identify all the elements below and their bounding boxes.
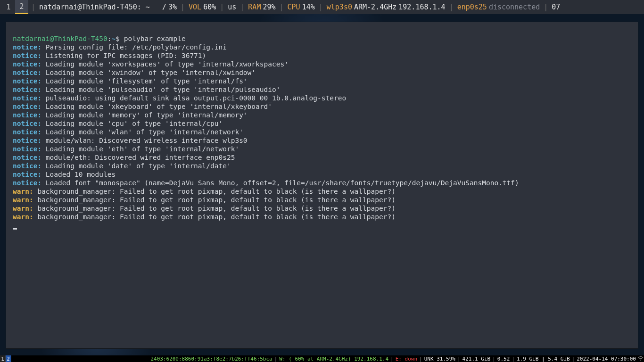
status-disk: 421.1 GiB xyxy=(461,356,492,362)
status-wifi: W: ( 60% at ARM-2.4GHz) 192.168.1.4 xyxy=(278,356,390,362)
output-text: Loaded 10 modules xyxy=(41,171,116,178)
separator: | xyxy=(280,3,284,11)
status-ipv6: 2403:6200:8860:91a3:f8e2:7b26:ff46:5bca xyxy=(149,356,273,362)
output-line: notice: Loading module 'cpu' of type 'in… xyxy=(13,119,631,128)
separator: | xyxy=(240,3,244,11)
separator: | xyxy=(31,3,35,11)
output-line: notice: Listening for IPC messages (PID:… xyxy=(13,51,631,60)
output-text: module/wlan: Discovered wireless interfa… xyxy=(41,137,248,144)
separator: | xyxy=(449,3,454,11)
notice-tag: notice: xyxy=(13,171,41,178)
notice-tag: notice: xyxy=(13,60,41,68)
ram-label: RAM xyxy=(248,3,261,11)
output-text: Loading module 'xworkspaces' of type 'in… xyxy=(41,60,289,68)
notice-tag: notice: xyxy=(13,111,41,119)
output-text: Loading module 'date' of type 'internal/… xyxy=(41,162,231,170)
warn-tag: warn: xyxy=(13,196,33,204)
fs-mount: / xyxy=(162,3,166,11)
warn-tag: warn: xyxy=(13,188,33,195)
separator: | xyxy=(492,356,496,362)
notice-tag: notice: xyxy=(13,179,41,187)
separator: | xyxy=(181,3,185,11)
output-line: warn: background_manager: Failed to get … xyxy=(13,204,631,213)
output-line: notice: Loading module 'pulseaudio' of t… xyxy=(13,85,631,94)
ram-value: 29% xyxy=(263,3,275,11)
notice-tag: notice: xyxy=(13,154,41,161)
wifi-icon xyxy=(637,355,644,362)
workspace-1[interactable]: 1 xyxy=(2,0,15,14)
fs-percent: 3% xyxy=(168,3,177,11)
status-load: 0.52 xyxy=(496,356,512,362)
cpu-value: 14% xyxy=(302,3,315,11)
notice-tag: notice: xyxy=(13,103,41,110)
output-text: Loading module 'xwindow' of type 'intern… xyxy=(41,69,256,76)
command-text: polybar example xyxy=(124,35,186,42)
separator: | xyxy=(544,3,548,11)
polybar-top: 1 2 | natdarnai@ThinkPad-T450: ~ / 3% | … xyxy=(0,0,644,14)
output-text: background_manager: Failed to get root p… xyxy=(33,213,396,221)
output-text: Loading module 'pulseaudio' of type 'int… xyxy=(41,86,280,93)
notice-tag: notice: xyxy=(13,137,41,144)
i3-workspace-2[interactable]: 2 xyxy=(6,355,11,362)
cursor xyxy=(13,228,17,230)
output-text: Parsing config file: /etc/polybar/config… xyxy=(41,43,227,51)
output-text: background_manager: Failed to get root p… xyxy=(33,196,396,204)
date-truncated: 07 xyxy=(552,3,560,11)
volume-label[interactable]: VOL xyxy=(189,3,201,11)
wlan-ip: 192.168.1.4 xyxy=(398,3,445,11)
window-title: natdarnai@ThinkPad-T450: ~ xyxy=(39,3,150,11)
status-eth: E: down xyxy=(394,356,419,362)
output-text: Loading module 'filesystem' of type 'int… xyxy=(41,77,248,85)
output-text: background_manager: Failed to get root p… xyxy=(33,188,396,195)
output-line: warn: background_manager: Failed to get … xyxy=(13,196,631,204)
output-line: warn: background_manager: Failed to get … xyxy=(13,187,631,196)
notice-tag: notice: xyxy=(13,86,41,93)
output-line: notice: Loading module 'eth' of type 'in… xyxy=(13,145,631,153)
separator: | xyxy=(511,356,515,362)
separator: | xyxy=(319,3,323,11)
warn-tag: warn: xyxy=(13,205,33,212)
separator xyxy=(152,3,160,11)
output-text: Loading module 'xkeyboard' of type 'inte… xyxy=(41,103,272,110)
output-text: Loaded font "monospace" (name=DejaVu San… xyxy=(41,179,519,187)
output-line: notice: module/wlan: Discovered wireless… xyxy=(13,136,631,145)
output-text: pulseaudio: using default sink alsa_outp… xyxy=(41,94,346,102)
prompt-host: ThinkPad-T450 xyxy=(54,35,107,42)
output-text: Loading module 'cpu' of type 'internal/c… xyxy=(41,120,223,127)
notice-tag: notice: xyxy=(13,128,41,136)
notice-tag: notice: xyxy=(13,120,41,127)
output-line: notice: Loading module 'xwindow' of type… xyxy=(13,68,631,77)
wlan-iface: wlp3s0 xyxy=(327,3,352,11)
prompt-symbol: $ xyxy=(116,35,120,42)
output-line: notice: Loaded font "monospace" (name=De… xyxy=(13,179,631,187)
status-datetime: 2022-04-14 07:30:00 xyxy=(575,356,637,362)
output-text: module/eth: Discovered wired interface e… xyxy=(41,154,235,161)
output-line: notice: Loading module 'xworkspaces' of … xyxy=(13,60,631,68)
separator: | xyxy=(220,3,224,11)
notice-tag: notice: xyxy=(13,94,41,102)
output-text: Loading module 'eth' of type 'internal/n… xyxy=(41,145,239,153)
output-line: warn: background_manager: Failed to get … xyxy=(13,213,631,221)
output-text: Loading module 'wlan' of type 'internal/… xyxy=(41,128,243,136)
separator: | xyxy=(457,356,461,362)
workspace-2[interactable]: 2 xyxy=(15,0,28,14)
output-line: notice: Loading module 'date' of type 'i… xyxy=(13,162,631,170)
prompt-line: natdarnai@ThinkPad-T450:~$ polybar examp… xyxy=(13,34,631,43)
separator: | xyxy=(419,356,423,362)
output-line: notice: module/eth: Discovered wired int… xyxy=(13,153,631,162)
terminal-output: notice: Parsing config file: /etc/polyba… xyxy=(13,43,631,221)
status-mem: 1.9 GiB | 5.4 GiB xyxy=(515,356,571,362)
i3-workspace-1[interactable]: 1 xyxy=(0,355,6,362)
output-line: notice: Loaded 10 modules xyxy=(13,170,631,179)
output-line: notice: Loading module 'xkeyboard' of ty… xyxy=(13,102,631,111)
terminal-window[interactable]: natdarnai@ThinkPad-T450:~$ polybar examp… xyxy=(6,22,638,349)
output-line: notice: Loading module 'memory' of type … xyxy=(13,111,631,119)
volume-value[interactable]: 60% xyxy=(203,3,216,11)
notice-tag: notice: xyxy=(13,162,41,170)
eth-status: disconnected xyxy=(489,3,540,11)
keyboard-layout: us xyxy=(228,3,236,11)
cpu-label: CPU xyxy=(288,3,300,11)
eth-iface: enp0s25 xyxy=(457,3,487,11)
status-battery: UNK 31.59% xyxy=(423,356,457,362)
notice-tag: notice: xyxy=(13,43,41,51)
